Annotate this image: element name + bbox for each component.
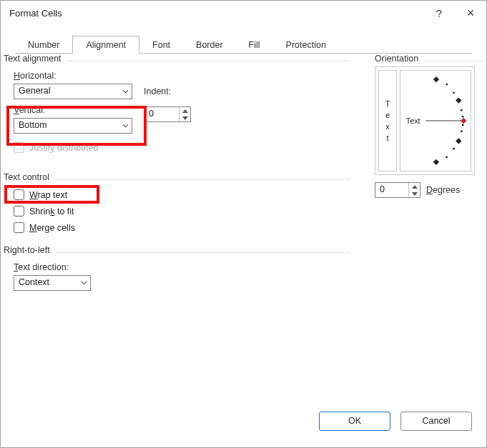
svg-point-1 [446, 84, 448, 86]
help-button[interactable]: ? [423, 1, 455, 25]
horizontal-combo[interactable]: General [14, 84, 132, 99]
orientation-vertical-text[interactable]: T e x t [378, 70, 397, 171]
svg-rect-0 [433, 76, 439, 82]
orientation-group-label: Orientation [375, 54, 424, 64]
tab-protection[interactable]: Protection [273, 36, 339, 54]
text-direction-combo[interactable]: Context [14, 275, 91, 291]
degrees-label: Degrees [426, 185, 460, 195]
svg-point-5 [462, 116, 464, 118]
close-button[interactable]: × [455, 1, 486, 25]
tab-label: Number [28, 40, 59, 50]
svg-point-2 [453, 91, 455, 94]
text-control-group-label: Text control [4, 172, 55, 182]
text-alignment-group-label: Text alignment [4, 54, 67, 64]
chevron-down-icon [77, 276, 90, 290]
svg-point-4 [461, 109, 463, 111]
spinner-down-icon[interactable] [179, 114, 190, 121]
wrap-text-label: Wrap text [29, 190, 67, 200]
svg-rect-8 [456, 138, 461, 144]
ok-label: OK [348, 416, 361, 426]
indent-value: 0 [144, 107, 179, 121]
tab-fill[interactable]: Fill [236, 36, 273, 54]
horizontal-label: Horizontal: [14, 71, 350, 81]
svg-rect-3 [456, 97, 461, 103]
svg-rect-13 [461, 118, 466, 124]
cancel-label: Cancel [423, 416, 451, 426]
text-direction-label: Text direction: [14, 262, 350, 272]
dialog-footer: OK Cancel [1, 407, 486, 447]
tab-alignment[interactable]: Alignment [72, 36, 139, 54]
rtl-group-label: Right-to-left [4, 245, 56, 255]
orientation-widget[interactable]: T e x t [375, 66, 475, 175]
orientation-text-label: Text [406, 116, 420, 125]
justify-label: Justify distributed [29, 143, 99, 153]
close-icon: × [467, 6, 475, 21]
svg-point-9 [453, 148, 455, 150]
justify-checkbox [14, 142, 24, 153]
svg-point-6 [462, 124, 464, 126]
vertical-combo[interactable]: Bottom [14, 118, 132, 134]
wrap-text-checkbox[interactable] [14, 189, 24, 200]
content-area: Text alignment Horizontal: General Inden… [1, 54, 486, 407]
merge-cells-checkbox[interactable] [14, 222, 24, 233]
spinner-up-icon[interactable] [179, 107, 190, 114]
ok-button[interactable]: OK [319, 412, 390, 431]
tab-label: Alignment [86, 40, 126, 50]
shrink-to-fit-checkbox[interactable] [14, 206, 24, 216]
dialog-title: Format Cells [9, 8, 62, 19]
tab-label: Font [152, 40, 170, 50]
tab-font[interactable]: Font [139, 36, 183, 54]
svg-rect-11 [433, 159, 439, 165]
tab-strip: Number Alignment Font Border Fill Protec… [15, 35, 472, 54]
format-cells-dialog: Format Cells ? × Number Alignment Font B… [0, 0, 487, 448]
help-icon: ? [436, 7, 442, 19]
spinner-up-icon[interactable] [409, 183, 420, 190]
merge-cells-label: Merge cells [29, 223, 75, 233]
vertical-label: Vertical: [14, 105, 132, 115]
chevron-down-icon [119, 84, 132, 99]
tab-label: Fill [249, 40, 260, 50]
degrees-value: 0 [375, 183, 408, 197]
shrink-to-fit-label: Shrink to fit [29, 206, 74, 216]
tab-border[interactable]: Border [183, 36, 236, 54]
text-direction-value: Context [14, 276, 77, 290]
horizontal-value: General [14, 84, 119, 99]
spinner-down-icon[interactable] [409, 190, 420, 197]
svg-point-7 [461, 130, 463, 132]
indent-label: Indent: [144, 86, 171, 96]
chevron-down-icon [119, 119, 132, 133]
indent-spinner[interactable]: 0 [144, 106, 191, 122]
titlebar: Format Cells ? × [1, 1, 486, 25]
vertical-value: Bottom [14, 119, 119, 133]
cancel-button[interactable]: Cancel [400, 412, 472, 431]
tab-number[interactable]: Number [15, 36, 72, 54]
orientation-dial[interactable]: Text [400, 70, 471, 171]
svg-point-10 [446, 156, 448, 159]
degrees-spinner[interactable]: 0 [375, 182, 420, 198]
tab-label: Protection [286, 40, 326, 50]
tab-label: Border [196, 40, 223, 50]
